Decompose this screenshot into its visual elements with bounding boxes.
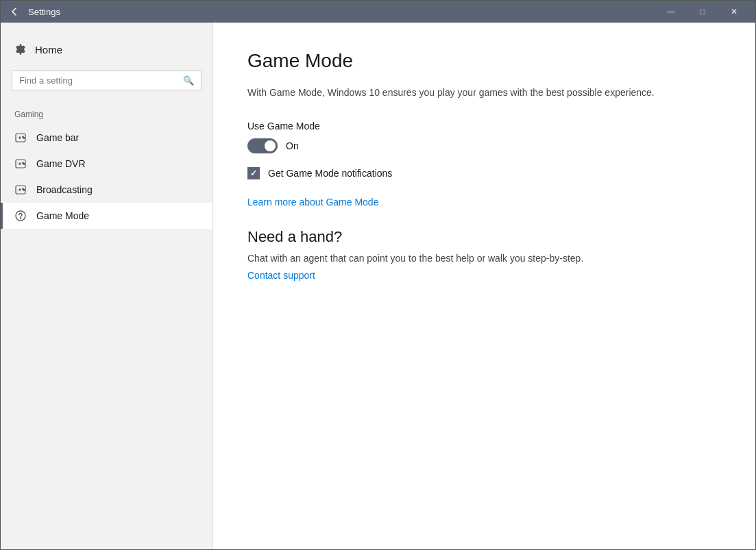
svg-point-14 <box>23 190 25 191</box>
checkbox-row: ✓ Get Game Mode notifications <box>247 167 721 179</box>
sidebar-item-game-mode[interactable]: Game Mode <box>1 203 212 229</box>
search-box[interactable]: 🔍 <box>12 71 202 90</box>
checkmark-icon: ✓ <box>250 168 257 178</box>
sidebar-item-game-bar[interactable]: Game bar <box>1 125 212 151</box>
home-label: Home <box>35 44 62 55</box>
window-title: Settings <box>28 7 655 17</box>
sidebar-item-label-gamebar: Game bar <box>36 132 79 143</box>
gamepad-icon-gamebar <box>14 132 27 144</box>
page-description: With Game Mode, Windows 10 ensures you p… <box>247 86 659 100</box>
svg-point-16 <box>20 218 21 218</box>
sidebar-item-game-dvr[interactable]: Game DVR <box>1 151 212 177</box>
window-controls: — □ ✕ <box>655 1 750 23</box>
toggle-row: On <box>247 138 721 153</box>
svg-point-4 <box>23 138 25 139</box>
sidebar: Home 🔍 Gaming <box>1 23 213 549</box>
sidebar-item-label-broadcasting: Broadcasting <box>36 184 93 195</box>
close-button[interactable]: ✕ <box>718 1 750 23</box>
gamepad-icon-broadcasting <box>14 184 27 196</box>
game-mode-toggle[interactable] <box>247 138 278 153</box>
sidebar-item-home[interactable]: Home <box>1 36 212 62</box>
learn-more-link[interactable]: Learn more about Game Mode <box>247 197 378 208</box>
help-icon-gamemode <box>14 210 27 222</box>
notifications-label: Get Game Mode notifications <box>268 168 392 179</box>
search-icon: 🔍 <box>183 75 194 86</box>
settings-window: Settings — □ ✕ Home 🔍 <box>0 0 756 550</box>
search-input[interactable] <box>19 75 183 86</box>
gamepad-icon-gamedvr <box>14 158 27 170</box>
svg-point-9 <box>23 164 25 165</box>
need-help-description: Chat with an agent that can point you to… <box>247 253 721 264</box>
minimize-button[interactable]: — <box>655 1 687 23</box>
need-help-title: Need a hand? <box>247 228 721 246</box>
sidebar-item-label-gamemode: Game Mode <box>36 210 89 221</box>
back-button[interactable] <box>6 3 23 20</box>
title-bar: Settings — □ ✕ <box>1 1 755 23</box>
maximize-button[interactable]: □ <box>687 1 718 23</box>
gear-icon <box>14 43 27 55</box>
page-title: Game Mode <box>247 50 721 72</box>
game-mode-setting-label: Use Game Mode <box>247 121 721 132</box>
contact-support-link[interactable]: Contact support <box>247 270 315 281</box>
sidebar-section-gaming: Gaming <box>1 99 212 125</box>
svg-point-15 <box>16 211 25 221</box>
sidebar-item-broadcasting[interactable]: Broadcasting <box>1 177 212 203</box>
notifications-checkbox[interactable]: ✓ <box>247 167 260 179</box>
sidebar-item-label-gamedvr: Game DVR <box>36 158 86 169</box>
main-panel: Game Mode With Game Mode, Windows 10 ens… <box>213 23 755 549</box>
content-area: Home 🔍 Gaming <box>1 23 755 549</box>
toggle-state-label: On <box>286 140 299 151</box>
